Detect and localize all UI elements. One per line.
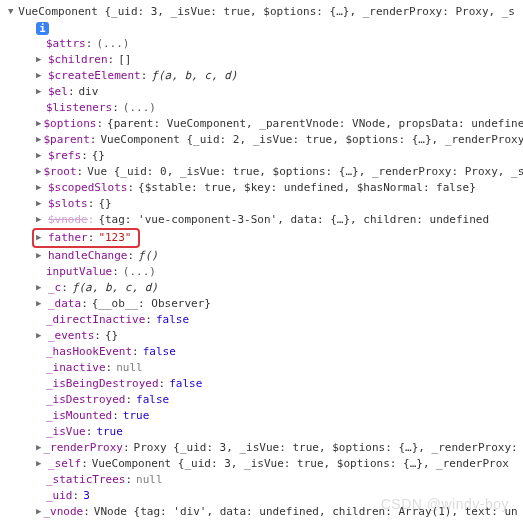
- property-refs[interactable]: ▶ $refs: {}: [8, 148, 515, 164]
- property-direct-inactive[interactable]: _directInactive: false: [8, 312, 515, 328]
- property-data[interactable]: ▶ _data: {__ob__: Observer}: [8, 296, 515, 312]
- property-is-being-destroyed[interactable]: _isBeingDestroyed: false: [8, 376, 515, 392]
- chevron-right-icon[interactable]: ▶: [36, 69, 46, 82]
- object-summary: VueComponent {_uid: 3, _isVue: true, $op…: [18, 4, 515, 20]
- chevron-right-icon[interactable]: ▶: [36, 329, 46, 342]
- property-is-mounted[interactable]: _isMounted: true: [8, 408, 515, 424]
- highlight-box: ▶ father: "123": [32, 228, 140, 248]
- property-events[interactable]: ▶ _events: {}: [8, 328, 515, 344]
- property-input-value[interactable]: inputValue: (...): [8, 264, 515, 280]
- property-value: (...): [96, 36, 129, 52]
- property-value: "123": [98, 230, 131, 246]
- property-key: father: [48, 230, 88, 246]
- property-value: VueComponent {_uid: 3, _isVue: true, $op…: [92, 456, 509, 472]
- property-value: {parent: VueComponent, _parentVnode: VNo…: [107, 116, 523, 132]
- property-inactive[interactable]: _inactive: null: [8, 360, 515, 376]
- chevron-right-icon[interactable]: ▶: [36, 181, 46, 194]
- property-key: _isMounted: [46, 408, 112, 424]
- chevron-right-icon[interactable]: ▶: [36, 505, 41, 518]
- info-icon[interactable]: i: [36, 22, 49, 35]
- property-key: $children: [48, 52, 108, 68]
- property-children[interactable]: ▶ $children: []: [8, 52, 515, 68]
- property-vnode-top[interactable]: ▶ $vnode: {tag: 'vue-component-3-Son', d…: [8, 212, 515, 228]
- chevron-right-icon[interactable]: ▶: [36, 117, 41, 130]
- function-symbol: ƒ: [151, 68, 158, 84]
- property-value: {}: [98, 196, 111, 212]
- chevron-right-icon[interactable]: ▶: [36, 197, 46, 210]
- property-is-vue[interactable]: _isVue: true: [8, 424, 515, 440]
- property-key: _data: [48, 296, 81, 312]
- property-father-row[interactable]: ▶ father: "123": [8, 228, 515, 248]
- property-key: $createElement: [48, 68, 141, 84]
- property-has-hook-event[interactable]: _hasHookEvent: false: [8, 344, 515, 360]
- property-value: {}: [105, 328, 118, 344]
- property-key: _inactive: [46, 360, 106, 376]
- property-value: {}: [92, 148, 105, 164]
- property-handle-change[interactable]: ▶ handleChange: ƒ (): [8, 248, 515, 264]
- property-options[interactable]: ▶ $options: {parent: VueComponent, _pare…: [8, 116, 515, 132]
- property-static-trees[interactable]: _staticTrees: null: [8, 472, 515, 488]
- property-el[interactable]: ▶ $el: div: [8, 84, 515, 100]
- property-value: Proxy {_uid: 3, _isVue: true, $options: …: [134, 440, 518, 456]
- property-key: _c: [48, 280, 61, 296]
- property-scoped-slots[interactable]: ▶ $scopedSlots: {$stable: true, $key: un…: [8, 180, 515, 196]
- property-key: $scopedSlots: [48, 180, 127, 196]
- property-uid[interactable]: _uid: 3: [8, 488, 515, 504]
- chevron-right-icon[interactable]: ▶: [36, 457, 46, 470]
- chevron-right-icon[interactable]: ▶: [36, 249, 46, 262]
- property-slots[interactable]: ▶ $slots: {}: [8, 196, 515, 212]
- property-key: _isBeingDestroyed: [46, 376, 159, 392]
- property-key: _isDestroyed: [46, 392, 125, 408]
- property-render-proxy[interactable]: ▶ _renderProxy: Proxy {_uid: 3, _isVue: …: [8, 440, 515, 456]
- property-value: null: [136, 472, 163, 488]
- property-key: $refs: [48, 148, 81, 164]
- chevron-right-icon[interactable]: ▶: [36, 165, 41, 178]
- property-key: $listeners: [46, 100, 112, 116]
- chevron-right-icon[interactable]: ▶: [36, 281, 46, 294]
- property-value: false: [156, 312, 189, 328]
- chevron-down-icon[interactable]: ▼: [8, 5, 16, 18]
- property-listeners[interactable]: $listeners: (...): [8, 100, 515, 116]
- chevron-right-icon[interactable]: ▶: [36, 441, 41, 454]
- object-header[interactable]: ▼ VueComponent {_uid: 3, _isVue: true, $…: [8, 4, 515, 20]
- property-key: _staticTrees: [46, 472, 125, 488]
- property-key: $slots: [48, 196, 88, 212]
- property-key: $el: [48, 84, 68, 100]
- property-c[interactable]: ▶ _c: ƒ (a, b, c, d): [8, 280, 515, 296]
- property-key: _renderProxy: [43, 440, 122, 456]
- property-value: VNode {tag: 'div', data: undefined, chil…: [94, 504, 518, 520]
- function-symbol: ƒ: [72, 280, 79, 296]
- function-args: (a, b, c, d): [158, 68, 237, 84]
- property-key: _self: [48, 456, 81, 472]
- info-row: i: [8, 20, 515, 36]
- function-args: (a, b, c, d): [79, 280, 158, 296]
- property-value: div: [79, 84, 99, 100]
- property-create-element[interactable]: ▶ $createElement: ƒ (a, b, c, d): [8, 68, 515, 84]
- property-key: _events: [48, 328, 94, 344]
- property-value: []: [118, 52, 131, 68]
- property-key: _vnode: [43, 504, 83, 520]
- property-value: Vue {_uid: 0, _isVue: true, $options: {……: [87, 164, 523, 180]
- property-is-destroyed[interactable]: _isDestroyed: false: [8, 392, 515, 408]
- property-value: {__ob__: Observer}: [92, 296, 211, 312]
- property-root[interactable]: ▶ $root: Vue {_uid: 0, _isVue: true, $op…: [8, 164, 515, 180]
- property-attrs[interactable]: $attrs: (...): [8, 36, 515, 52]
- property-key: _uid: [46, 488, 73, 504]
- property-value: false: [143, 344, 176, 360]
- chevron-right-icon[interactable]: ▶: [36, 133, 41, 146]
- property-value: false: [169, 376, 202, 392]
- property-key: _hasHookEvent: [46, 344, 132, 360]
- property-key: handleChange: [48, 248, 127, 264]
- property-parent[interactable]: ▶ $parent: VueComponent {_uid: 2, _isVue…: [8, 132, 515, 148]
- chevron-right-icon[interactable]: ▶: [36, 53, 46, 66]
- property-value: {tag: 'vue-component-3-Son', data: {…}, …: [98, 212, 489, 228]
- property-key: $options: [43, 116, 96, 132]
- property-value: (...): [123, 264, 156, 280]
- chevron-right-icon[interactable]: ▶: [36, 231, 46, 244]
- chevron-right-icon[interactable]: ▶: [36, 85, 46, 98]
- chevron-right-icon[interactable]: ▶: [36, 149, 46, 162]
- chevron-right-icon[interactable]: ▶: [36, 297, 46, 310]
- property-vnode-bottom[interactable]: ▶ _vnode: VNode {tag: 'div', data: undef…: [8, 504, 515, 520]
- property-self[interactable]: ▶ _self: VueComponent {_uid: 3, _isVue: …: [8, 456, 515, 472]
- chevron-right-icon[interactable]: ▶: [36, 213, 46, 226]
